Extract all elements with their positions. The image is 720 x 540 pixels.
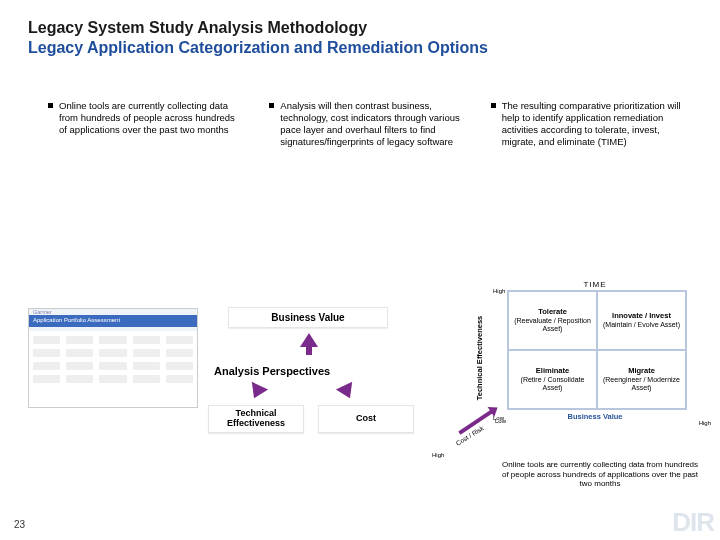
footnote-text: Online tools are currently collecting da… bbox=[500, 460, 700, 489]
axis-high-label: High bbox=[493, 288, 505, 294]
quadrant-innovate: Innovate / Invest(Maintain / Evolve Asse… bbox=[597, 291, 686, 350]
bullet-item: Online tools are currently collecting da… bbox=[48, 100, 245, 148]
quadrant-tolerate: Tolerate(Reevaluate / Reposition Asset) bbox=[508, 291, 597, 350]
quadrant-eliminate: Eliminate(Retire / Consolidate Asset) bbox=[508, 350, 597, 409]
bullet-text: The resulting comparative prioritization… bbox=[502, 100, 688, 148]
business-value-label: Business Value bbox=[228, 307, 388, 328]
page-number: 23 bbox=[14, 519, 25, 530]
quadrant-migrate: Migrate(Reengineer / Modernize Asset) bbox=[597, 350, 686, 409]
thumbnail-grid bbox=[29, 327, 197, 392]
gartner-thumbnail: Gartner Application Portfolio Assessment bbox=[28, 308, 198, 408]
x-axis-label: Business Value bbox=[495, 412, 695, 421]
arrow-down-right-icon bbox=[338, 385, 356, 403]
cost-risk-low: Low bbox=[495, 418, 506, 424]
cost-box: Cost bbox=[318, 405, 414, 433]
cost-risk-high: High bbox=[432, 452, 444, 458]
bullet-square-icon bbox=[491, 103, 496, 108]
bullet-square-icon bbox=[269, 103, 274, 108]
time-title: TIME bbox=[495, 280, 695, 289]
bullet-row: Online tools are currently collecting da… bbox=[0, 58, 720, 148]
bullet-square-icon bbox=[48, 103, 53, 108]
bullet-item: Analysis will then contrast business, te… bbox=[269, 100, 466, 148]
watermark: DIR bbox=[672, 507, 714, 538]
bullet-text: Online tools are currently collecting da… bbox=[59, 100, 245, 148]
analysis-perspectives-title: Analysis Perspectives bbox=[214, 365, 330, 377]
axis-high-label: High bbox=[699, 420, 711, 426]
time-quadrant-grid: Tolerate(Reevaluate / Reposition Asset) … bbox=[507, 290, 687, 410]
technical-effectiveness-box: Technical Effectiveness bbox=[208, 405, 304, 433]
arrow-up-icon bbox=[300, 333, 318, 347]
bullet-item: The resulting comparative prioritization… bbox=[491, 100, 688, 148]
thumbnail-heading: Application Portfolio Assessment bbox=[29, 315, 197, 327]
y-axis-label: Technical Effectiveness bbox=[475, 298, 484, 418]
title-line-2: Legacy Application Categorization and Re… bbox=[28, 38, 720, 58]
time-matrix: TIME High Low High Technical Effectivene… bbox=[495, 280, 695, 421]
slide-title: Legacy System Study Analysis Methodology… bbox=[0, 0, 720, 58]
title-line-1: Legacy System Study Analysis Methodology bbox=[28, 18, 720, 38]
arrow-down-left-icon bbox=[248, 385, 266, 403]
bullet-text: Analysis will then contrast business, te… bbox=[280, 100, 466, 148]
